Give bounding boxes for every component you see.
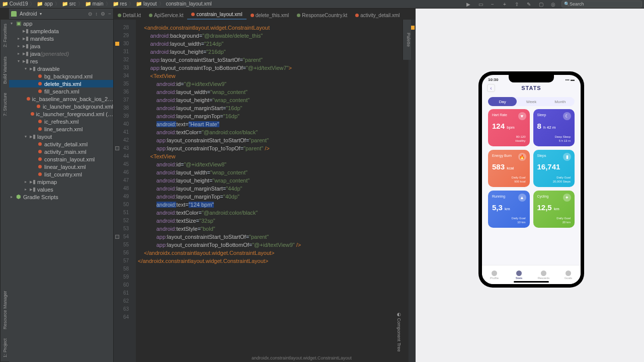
nav-item[interactable]: Profile: [482, 265, 507, 284]
tree-item[interactable]: bg_background.xml: [9, 72, 113, 80]
tree-item[interactable]: ▸▸▮manifests: [9, 35, 113, 42]
tree-item[interactable]: ▾▸▮layout: [9, 133, 113, 140]
card-icon: ▮: [563, 153, 571, 161]
code-editor[interactable]: 2829303132333435363738394041424344454647…: [114, 20, 416, 362]
zoom-out-icon[interactable]: −: [489, 1, 496, 8]
settings-icon[interactable]: ⚙: [101, 11, 105, 17]
editor-marks: [409, 20, 416, 362]
editor-tab[interactable]: constrain_layout.xml: [187, 10, 246, 20]
stat-card[interactable]: Cycling✦12,5 kmDaily Goal20 km: [533, 191, 575, 228]
project-view-label[interactable]: Android: [20, 11, 37, 17]
android-icon: [11, 11, 17, 17]
back-button[interactable]: ‹: [487, 84, 495, 92]
editor-status: androidx.constraintlayout.widget.Constra…: [252, 354, 352, 362]
tree-item[interactable]: ▸▸▮mipmap: [9, 178, 113, 186]
tree-item[interactable]: ▸⬢Gradle Scripts: [9, 193, 113, 201]
editor-tab[interactable]: delete_this.xml: [247, 11, 293, 20]
tree-item[interactable]: activity_main.xml: [9, 148, 113, 155]
tree-item[interactable]: line_search.xml: [9, 125, 113, 133]
stat-card[interactable]: Energy Burn🔥583 kcalDaily Goal900 kcal: [488, 150, 530, 187]
breadcrumb-item[interactable]: 📁 main: [85, 1, 103, 7]
stat-card[interactable]: Hart Rate♥124 bpm80-120Healthy: [488, 109, 530, 146]
stat-card[interactable]: Steps▮16,741 Daily Goal20,000 Steps: [533, 150, 575, 187]
tab-week: Week: [517, 97, 545, 106]
tree-item[interactable]: ▾▸▮res: [9, 57, 113, 65]
edit-icon[interactable]: ✎: [525, 1, 532, 8]
stat-card[interactable]: Running▲5,3 kmDaily Goal10 km: [488, 191, 530, 228]
tab-month: Month: [546, 97, 575, 106]
page-title: STATS: [521, 85, 541, 91]
card-icon: ♥: [518, 112, 526, 120]
breadcrumb-item[interactable]: 📁 res: [113, 1, 127, 7]
card-icon: 🔥: [518, 153, 526, 161]
editor-tabs: Detail.kt ApiService.kt constrain_layout…: [114, 9, 404, 20]
export-icon[interactable]: ⇧: [513, 1, 520, 8]
breadcrumb-item[interactable]: 📁 app: [37, 1, 52, 7]
zoom-in-icon[interactable]: +: [501, 1, 508, 8]
tree-item[interactable]: ▸▸▮java (generated): [9, 50, 113, 57]
tree-item[interactable]: fill_search.xml: [9, 87, 113, 95]
hide-icon[interactable]: −: [108, 11, 111, 17]
tree-item[interactable]: ▸▸▮values: [9, 186, 113, 193]
tree-item[interactable]: ic_launcher_background.xml: [9, 103, 113, 110]
stat-card[interactable]: Sleep☾8 h 42 mDeep Sleep5 h 13 m: [533, 109, 575, 146]
collapse-icon[interactable]: ⊖: [88, 11, 92, 17]
tree-item[interactable]: linear_layout.xml: [9, 163, 113, 170]
nav-item[interactable]: Goals: [556, 265, 581, 284]
breadcrumb: 📁 Covid19〉📁 app〉📁 src〉📁 main〉📁 res〉📁 lay…: [0, 0, 644, 9]
gutter: 2829303132333435363738394041424344454647…: [114, 20, 136, 362]
search-input[interactable]: 🔍 Search: [561, 1, 642, 8]
breadcrumb-item[interactable]: 📁 layout: [136, 1, 156, 7]
card-icon: ▲: [518, 194, 526, 202]
tree-item[interactable]: ▾▣app: [9, 20, 113, 27]
breadcrumb-item[interactable]: 📁 Covid19: [2, 1, 28, 7]
phone-frame: 10:30 ••• ▬ ‹ STATS Day Week Month Hart …: [478, 71, 584, 288]
save-icon[interactable]: ▢: [537, 1, 544, 8]
component-tree-tab[interactable]: ◐ Component Tree: [392, 307, 401, 357]
breadcrumb-item[interactable]: constrain_layout.xml: [166, 1, 212, 7]
tree-item[interactable]: constrain_layout.xml: [9, 155, 113, 163]
tree-item[interactable]: ▸▸▮java: [9, 42, 113, 50]
card-icon: ✦: [563, 194, 571, 202]
left-tool-strip[interactable]: 1: Project Resource Manager 7: Structure…: [0, 20, 9, 361]
card-icon: ☾: [563, 112, 571, 120]
tree-item[interactable]: ic_refresh.xml: [9, 118, 113, 125]
project-tree[interactable]: ▾▣app▸▮sampledata▸▸▮manifests▸▸▮java▸▸▮j…: [9, 20, 114, 362]
tree-item[interactable]: activity_detail.xml: [9, 140, 113, 148]
editor-tab[interactable]: activity_detail.xml: [351, 11, 404, 20]
sort-icon[interactable]: ↕: [95, 11, 98, 17]
tree-item[interactable]: list_country.xml: [9, 170, 113, 178]
tree-item[interactable]: ic_launcher_foreground.xml (…: [9, 110, 113, 118]
editor-tab[interactable]: ResponseCountry.kt: [293, 11, 351, 20]
tab-day: Day: [488, 97, 517, 106]
editor-tab[interactable]: ApiService.kt: [145, 11, 187, 20]
tree-item[interactable]: ▾▸▮drawable: [9, 65, 113, 72]
tree-item[interactable]: delete_this.xml: [9, 80, 113, 87]
run-icon[interactable]: ▶: [465, 1, 472, 8]
tree-item[interactable]: ic_baseline_arrow_back_ios_2…: [9, 95, 113, 103]
design-preview: 10:30 ••• ▬ ‹ STATS Day Week Month Hart …: [416, 9, 644, 362]
palette-tab[interactable]: Palette: [403, 20, 411, 60]
device-icon[interactable]: ▭: [477, 1, 484, 8]
tree-item[interactable]: ▸▮sampledata: [9, 27, 113, 35]
period-tabs[interactable]: Day Week Month: [488, 97, 575, 106]
target-icon[interactable]: ◎: [549, 1, 556, 8]
project-toolbar: Android ▾ ⊖ ↕ ⚙ −: [9, 9, 114, 20]
breadcrumb-item[interactable]: 📁 src: [62, 1, 76, 7]
editor-tab[interactable]: Detail.kt: [114, 11, 145, 20]
